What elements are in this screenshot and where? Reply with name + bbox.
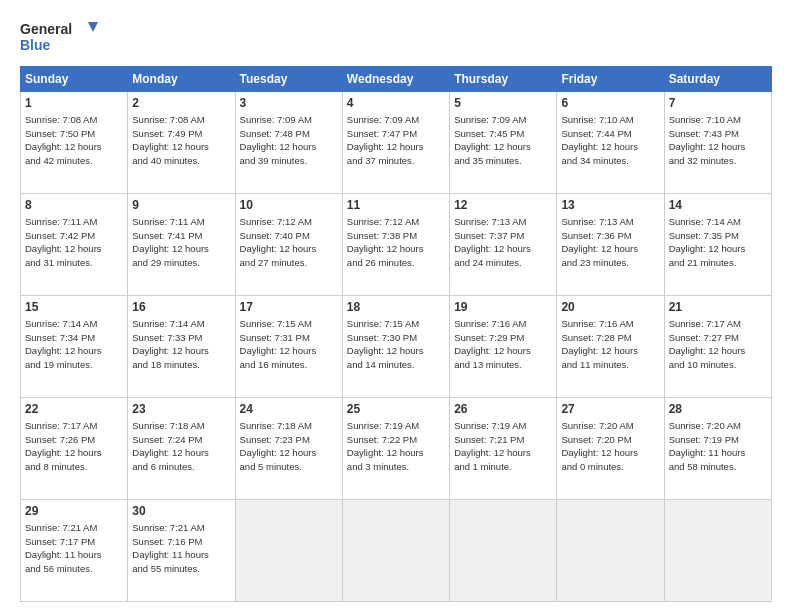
day-info: Sunrise: 7:08 AM Sunset: 7:50 PM Dayligh… xyxy=(25,113,123,168)
day-cell: 26Sunrise: 7:19 AM Sunset: 7:21 PM Dayli… xyxy=(450,398,557,500)
day-info: Sunrise: 7:10 AM Sunset: 7:43 PM Dayligh… xyxy=(669,113,767,168)
day-number: 26 xyxy=(454,401,552,418)
weekday-header-thursday: Thursday xyxy=(450,67,557,92)
weekday-header-saturday: Saturday xyxy=(664,67,771,92)
day-cell: 8Sunrise: 7:11 AM Sunset: 7:42 PM Daylig… xyxy=(21,194,128,296)
day-cell: 24Sunrise: 7:18 AM Sunset: 7:23 PM Dayli… xyxy=(235,398,342,500)
week-row-2: 8Sunrise: 7:11 AM Sunset: 7:42 PM Daylig… xyxy=(21,194,772,296)
week-row-4: 22Sunrise: 7:17 AM Sunset: 7:26 PM Dayli… xyxy=(21,398,772,500)
day-number: 24 xyxy=(240,401,338,418)
day-cell: 28Sunrise: 7:20 AM Sunset: 7:19 PM Dayli… xyxy=(664,398,771,500)
day-info: Sunrise: 7:18 AM Sunset: 7:23 PM Dayligh… xyxy=(240,419,338,474)
day-number: 18 xyxy=(347,299,445,316)
day-info: Sunrise: 7:12 AM Sunset: 7:38 PM Dayligh… xyxy=(347,215,445,270)
day-info: Sunrise: 7:18 AM Sunset: 7:24 PM Dayligh… xyxy=(132,419,230,474)
day-cell: 21Sunrise: 7:17 AM Sunset: 7:27 PM Dayli… xyxy=(664,296,771,398)
day-info: Sunrise: 7:21 AM Sunset: 7:17 PM Dayligh… xyxy=(25,521,123,576)
calendar-table: SundayMondayTuesdayWednesdayThursdayFrid… xyxy=(20,66,772,602)
day-cell: 30Sunrise: 7:21 AM Sunset: 7:16 PM Dayli… xyxy=(128,500,235,602)
day-number: 30 xyxy=(132,503,230,520)
day-cell: 22Sunrise: 7:17 AM Sunset: 7:26 PM Dayli… xyxy=(21,398,128,500)
day-info: Sunrise: 7:19 AM Sunset: 7:21 PM Dayligh… xyxy=(454,419,552,474)
weekday-header-wednesday: Wednesday xyxy=(342,67,449,92)
day-cell: 5Sunrise: 7:09 AM Sunset: 7:45 PM Daylig… xyxy=(450,92,557,194)
day-number: 4 xyxy=(347,95,445,112)
day-cell: 10Sunrise: 7:12 AM Sunset: 7:40 PM Dayli… xyxy=(235,194,342,296)
day-cell xyxy=(664,500,771,602)
day-cell: 19Sunrise: 7:16 AM Sunset: 7:29 PM Dayli… xyxy=(450,296,557,398)
day-number: 6 xyxy=(561,95,659,112)
day-cell: 23Sunrise: 7:18 AM Sunset: 7:24 PM Dayli… xyxy=(128,398,235,500)
day-number: 2 xyxy=(132,95,230,112)
day-number: 17 xyxy=(240,299,338,316)
logo-svg: General Blue xyxy=(20,18,100,58)
day-cell: 12Sunrise: 7:13 AM Sunset: 7:37 PM Dayli… xyxy=(450,194,557,296)
week-row-3: 15Sunrise: 7:14 AM Sunset: 7:34 PM Dayli… xyxy=(21,296,772,398)
day-cell: 15Sunrise: 7:14 AM Sunset: 7:34 PM Dayli… xyxy=(21,296,128,398)
day-number: 25 xyxy=(347,401,445,418)
day-number: 27 xyxy=(561,401,659,418)
day-cell: 16Sunrise: 7:14 AM Sunset: 7:33 PM Dayli… xyxy=(128,296,235,398)
svg-text:Blue: Blue xyxy=(20,37,51,53)
week-row-1: 1Sunrise: 7:08 AM Sunset: 7:50 PM Daylig… xyxy=(21,92,772,194)
day-info: Sunrise: 7:20 AM Sunset: 7:19 PM Dayligh… xyxy=(669,419,767,474)
day-number: 14 xyxy=(669,197,767,214)
day-cell: 14Sunrise: 7:14 AM Sunset: 7:35 PM Dayli… xyxy=(664,194,771,296)
day-number: 19 xyxy=(454,299,552,316)
day-number: 28 xyxy=(669,401,767,418)
day-number: 13 xyxy=(561,197,659,214)
day-number: 8 xyxy=(25,197,123,214)
day-cell: 20Sunrise: 7:16 AM Sunset: 7:28 PM Dayli… xyxy=(557,296,664,398)
day-cell xyxy=(342,500,449,602)
day-info: Sunrise: 7:21 AM Sunset: 7:16 PM Dayligh… xyxy=(132,521,230,576)
day-info: Sunrise: 7:17 AM Sunset: 7:27 PM Dayligh… xyxy=(669,317,767,372)
day-cell: 11Sunrise: 7:12 AM Sunset: 7:38 PM Dayli… xyxy=(342,194,449,296)
day-info: Sunrise: 7:16 AM Sunset: 7:28 PM Dayligh… xyxy=(561,317,659,372)
day-info: Sunrise: 7:15 AM Sunset: 7:31 PM Dayligh… xyxy=(240,317,338,372)
day-number: 22 xyxy=(25,401,123,418)
day-info: Sunrise: 7:09 AM Sunset: 7:48 PM Dayligh… xyxy=(240,113,338,168)
day-number: 3 xyxy=(240,95,338,112)
weekday-header-monday: Monday xyxy=(128,67,235,92)
day-info: Sunrise: 7:09 AM Sunset: 7:47 PM Dayligh… xyxy=(347,113,445,168)
day-info: Sunrise: 7:13 AM Sunset: 7:36 PM Dayligh… xyxy=(561,215,659,270)
day-number: 29 xyxy=(25,503,123,520)
day-info: Sunrise: 7:14 AM Sunset: 7:33 PM Dayligh… xyxy=(132,317,230,372)
day-cell: 29Sunrise: 7:21 AM Sunset: 7:17 PM Dayli… xyxy=(21,500,128,602)
day-cell xyxy=(235,500,342,602)
day-cell xyxy=(557,500,664,602)
day-cell: 7Sunrise: 7:10 AM Sunset: 7:43 PM Daylig… xyxy=(664,92,771,194)
day-number: 12 xyxy=(454,197,552,214)
day-info: Sunrise: 7:09 AM Sunset: 7:45 PM Dayligh… xyxy=(454,113,552,168)
day-number: 1 xyxy=(25,95,123,112)
day-number: 15 xyxy=(25,299,123,316)
svg-marker-2 xyxy=(88,22,98,32)
day-number: 16 xyxy=(132,299,230,316)
day-cell: 1Sunrise: 7:08 AM Sunset: 7:50 PM Daylig… xyxy=(21,92,128,194)
weekday-header-friday: Friday xyxy=(557,67,664,92)
day-info: Sunrise: 7:12 AM Sunset: 7:40 PM Dayligh… xyxy=(240,215,338,270)
day-info: Sunrise: 7:13 AM Sunset: 7:37 PM Dayligh… xyxy=(454,215,552,270)
day-cell: 13Sunrise: 7:13 AM Sunset: 7:36 PM Dayli… xyxy=(557,194,664,296)
day-number: 11 xyxy=(347,197,445,214)
day-info: Sunrise: 7:08 AM Sunset: 7:49 PM Dayligh… xyxy=(132,113,230,168)
day-cell: 25Sunrise: 7:19 AM Sunset: 7:22 PM Dayli… xyxy=(342,398,449,500)
day-cell: 27Sunrise: 7:20 AM Sunset: 7:20 PM Dayli… xyxy=(557,398,664,500)
day-info: Sunrise: 7:14 AM Sunset: 7:34 PM Dayligh… xyxy=(25,317,123,372)
day-info: Sunrise: 7:11 AM Sunset: 7:41 PM Dayligh… xyxy=(132,215,230,270)
day-info: Sunrise: 7:19 AM Sunset: 7:22 PM Dayligh… xyxy=(347,419,445,474)
day-cell: 3Sunrise: 7:09 AM Sunset: 7:48 PM Daylig… xyxy=(235,92,342,194)
day-cell: 18Sunrise: 7:15 AM Sunset: 7:30 PM Dayli… xyxy=(342,296,449,398)
day-cell: 9Sunrise: 7:11 AM Sunset: 7:41 PM Daylig… xyxy=(128,194,235,296)
day-info: Sunrise: 7:20 AM Sunset: 7:20 PM Dayligh… xyxy=(561,419,659,474)
day-number: 9 xyxy=(132,197,230,214)
weekday-header-tuesday: Tuesday xyxy=(235,67,342,92)
day-cell xyxy=(450,500,557,602)
day-number: 5 xyxy=(454,95,552,112)
day-number: 7 xyxy=(669,95,767,112)
day-number: 10 xyxy=(240,197,338,214)
day-number: 20 xyxy=(561,299,659,316)
day-cell: 2Sunrise: 7:08 AM Sunset: 7:49 PM Daylig… xyxy=(128,92,235,194)
day-cell: 6Sunrise: 7:10 AM Sunset: 7:44 PM Daylig… xyxy=(557,92,664,194)
day-cell: 4Sunrise: 7:09 AM Sunset: 7:47 PM Daylig… xyxy=(342,92,449,194)
